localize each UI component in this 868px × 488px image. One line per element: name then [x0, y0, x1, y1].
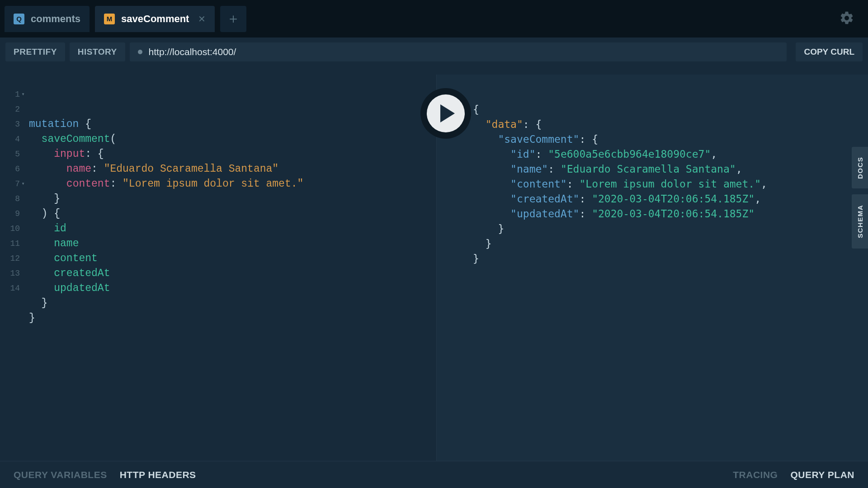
field: updatedAt: [54, 282, 110, 294]
fold-gutter[interactable]: ▾▾: [20, 87, 26, 192]
tab-query-plan[interactable]: QUERY PLAN: [790, 469, 854, 480]
string-literal: "Lorem ipsum dolor sit amet.": [123, 178, 303, 190]
tab-bar: Q comments M saveComment ✕ ＋: [0, 0, 868, 38]
arg-key: content: [66, 178, 110, 190]
field: id: [54, 223, 66, 235]
keyword: mutation: [29, 118, 79, 130]
endpoint-url-input[interactable]: [149, 47, 779, 57]
tab-query-variables[interactable]: QUERY VARIABLES: [14, 469, 107, 480]
schema-panel-toggle[interactable]: SCHEMA: [852, 194, 868, 249]
tab-comments[interactable]: Q comments: [5, 6, 90, 32]
query-editor-pane[interactable]: 1 2 3 4 5 6 7 8 9 10 11 12 13 14 ▾▾mutat…: [0, 75, 436, 461]
json-value: Lorem ipsum dolor sit amet.: [585, 178, 755, 190]
field: createdAt: [54, 267, 110, 279]
line-gutter: 1 2 3 4 5 6 7 8 9 10 11 12 13 14: [0, 87, 20, 296]
close-icon[interactable]: ✕: [198, 14, 206, 24]
docs-panel-toggle[interactable]: DOCS: [852, 147, 868, 188]
toolbar: PRETTIFY HISTORY COPY CURL: [0, 38, 868, 66]
tab-title: saveComment: [121, 13, 189, 25]
arg-key: input: [54, 148, 85, 160]
gear-icon[interactable]: [839, 10, 854, 28]
prettify-button[interactable]: PRETTIFY: [5, 42, 65, 61]
json-key: saveComment: [504, 133, 573, 145]
query-editor[interactable]: 1 2 3 4 5 6 7 8 9 10 11 12 13 14 ▾▾mutat…: [0, 75, 436, 335]
json-key: data: [492, 118, 517, 130]
response-pane: ▾▾▾{ "data": { "saveComment": { "id": "5…: [436, 75, 868, 461]
query-badge-icon: Q: [14, 14, 24, 24]
json-value: Eduardo Scaramella Santana: [567, 163, 730, 175]
tab-title: comments: [31, 13, 80, 25]
arg-key: name: [66, 163, 91, 175]
field: name: [54, 238, 79, 249]
response-viewer[interactable]: ▾▾▾{ "data": { "saveComment": { "id": "5…: [437, 75, 868, 275]
field: content: [54, 253, 98, 264]
tab-savecomment[interactable]: M saveComment ✕: [95, 6, 215, 32]
mutation-badge-icon: M: [104, 14, 115, 24]
execute-button[interactable]: [420, 88, 471, 139]
tab-http-headers[interactable]: HTTP HEADERS: [120, 469, 196, 480]
tab-tracing[interactable]: TRACING: [733, 469, 778, 480]
copy-curl-button[interactable]: COPY CURL: [796, 42, 863, 61]
json-value: 5e600a5e6cbb964e18090ce7: [554, 148, 704, 160]
play-icon: [427, 94, 465, 132]
endpoint-url-bar[interactable]: [130, 42, 787, 61]
string-literal: "Eduardo Scaramella Santana": [104, 163, 278, 175]
status-dot-icon: [138, 50, 142, 54]
bottom-bar: QUERY VARIABLES HTTP HEADERS TRACING QUE…: [0, 461, 868, 488]
json-value: 2020-03-04T20:06:54.185Z: [598, 208, 748, 220]
add-tab-button[interactable]: ＋: [220, 6, 246, 32]
json-value: 2020-03-04T20:06:54.185Z: [598, 193, 748, 205]
history-button[interactable]: HISTORY: [70, 42, 125, 61]
operation-name: saveComment: [42, 133, 110, 145]
